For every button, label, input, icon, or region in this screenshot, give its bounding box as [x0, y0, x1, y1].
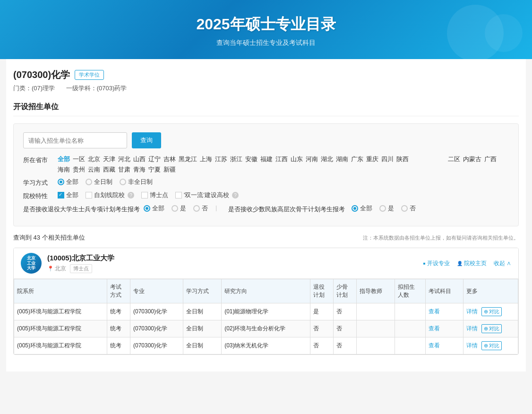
- td-exam-link-2: 查看: [425, 337, 463, 354]
- td-tutor-0: [357, 303, 395, 320]
- study-all-radio: [58, 179, 64, 185]
- minority-no-radio: [401, 205, 408, 212]
- school-phd-checkbox: [141, 192, 148, 198]
- province-xizang[interactable]: 西藏: [103, 165, 115, 174]
- td-major-1: (070300)化学: [130, 320, 183, 337]
- province-sichuan[interactable]: 四川: [381, 155, 394, 164]
- soldier-yes[interactable]: 是: [172, 204, 186, 213]
- search-input[interactable]: [23, 132, 127, 148]
- soldier-minority-row: 是否接收退役大学生士兵专项计划考生报考 全部 是 否 | 是否接收少数民族高层次…: [23, 204, 509, 214]
- td-more-0: 详情 对比: [463, 303, 518, 320]
- province-zone2[interactable]: 二区: [448, 155, 460, 164]
- school-collapse-button[interactable]: 收起 ∧: [494, 259, 511, 267]
- school-all[interactable]: 全部: [58, 191, 78, 199]
- study-parttime[interactable]: 非全日制: [120, 178, 153, 186]
- td-minority-2: 否: [334, 337, 357, 354]
- province-henan[interactable]: 河南: [306, 155, 318, 164]
- result-bar: 查询到 43 个相关招生单位 注：本系统数据由各招生单位上报，如有疑问请咨询相关…: [13, 233, 519, 242]
- compare-btn-1[interactable]: 对比: [481, 324, 502, 333]
- province-xinjiang[interactable]: 新疆: [163, 165, 176, 174]
- exam-subject-link-1[interactable]: 查看: [429, 325, 440, 332]
- province-shaanxi[interactable]: 陕西: [396, 155, 409, 164]
- td-exam-1: 统考: [107, 320, 130, 337]
- detail-link-0[interactable]: 详情: [466, 308, 478, 315]
- td-more-2: 详情 对比: [463, 337, 518, 354]
- study-radio-group: 全部 全日制 非全日制: [58, 178, 153, 186]
- province-gansu[interactable]: 甘肃: [118, 165, 130, 174]
- school-double-first-checkbox: [175, 192, 182, 198]
- soldier-no[interactable]: 否: [193, 204, 208, 213]
- province-chongqing[interactable]: 重庆: [366, 155, 378, 164]
- td-tutor-1: [357, 320, 395, 337]
- province-tianjin[interactable]: 天津: [103, 155, 115, 164]
- th-soldier: 退役计划: [310, 279, 334, 303]
- filter-divider: |: [215, 204, 217, 211]
- school-phd[interactable]: 博士点: [141, 191, 168, 199]
- th-exam: 考试方式: [107, 279, 130, 303]
- province-neimenggu[interactable]: 内蒙古: [463, 155, 481, 164]
- td-more-1: 详情 对比: [463, 320, 518, 337]
- province-zhejiang[interactable]: 浙江: [230, 155, 242, 164]
- th-planned: 拟招生人数: [395, 279, 425, 303]
- province-jiangsu[interactable]: 江苏: [215, 155, 227, 164]
- province-shandong[interactable]: 山东: [291, 155, 303, 164]
- province-heilongjiang[interactable]: 黑龙江: [179, 155, 197, 164]
- province-hunan[interactable]: 湖南: [336, 155, 348, 164]
- study-filter-row: 学习方式 全部 全日制 非全日制: [23, 178, 509, 187]
- province-hubei[interactable]: 湖北: [321, 155, 333, 164]
- self-line-help-icon[interactable]: ?: [128, 192, 134, 198]
- province-shanxi[interactable]: 山西: [133, 155, 146, 164]
- province-all[interactable]: 全部: [58, 155, 70, 164]
- province-ningxia[interactable]: 宁夏: [148, 165, 161, 174]
- section-title: 开设招生单位: [13, 102, 519, 116]
- td-exam-0: 统考: [107, 303, 130, 320]
- td-planned-1: [395, 320, 425, 337]
- detail-link-2[interactable]: 详情: [466, 342, 478, 349]
- detail-link-1[interactable]: 详情: [466, 325, 478, 332]
- td-exam-2: 统考: [107, 337, 130, 354]
- filter-box: 查询 所在省市 全部 一区 北京 天津 河北 山西 辽宁 吉林 黑龙江 上海 江…: [13, 123, 519, 226]
- province-fujian[interactable]: 福建: [260, 155, 273, 164]
- th-more: 更多: [463, 279, 518, 303]
- minority-all[interactable]: 全部: [352, 204, 372, 213]
- province-guizhou[interactable]: 贵州: [73, 165, 85, 174]
- school-self-line[interactable]: 自划线院校 ?: [86, 191, 134, 199]
- province-yunnan[interactable]: 云南: [88, 165, 100, 174]
- school-checkbox-group: 全部 自划线院校 ? 博士点 '双一流'建设高校 ?: [58, 191, 239, 199]
- th-department: 院系所: [14, 279, 107, 303]
- province-hainan[interactable]: 海南: [58, 165, 70, 174]
- compare-btn-2[interactable]: 对比: [481, 341, 502, 350]
- school-all-checkbox: [58, 192, 64, 198]
- minority-yes[interactable]: 是: [379, 204, 394, 213]
- soldier-radio-group: 全部 是 否: [144, 204, 208, 213]
- table-row: (005)环境与能源工程学院 统考 (070300)化学 全日制 (01)能源物…: [14, 303, 518, 320]
- province-beijing[interactable]: 北京: [88, 155, 100, 164]
- double-first-help-icon[interactable]: ?: [232, 192, 239, 198]
- province-liaoning[interactable]: 辽宁: [148, 155, 161, 164]
- province-zone1[interactable]: 一区: [73, 155, 85, 164]
- province-hebei[interactable]: 河北: [118, 155, 130, 164]
- study-fulltime[interactable]: 全日制: [86, 178, 112, 186]
- main-content: (070300)化学 学术学位 门类：(07)理学 一级学科：(0703)药学 …: [6, 59, 526, 371]
- exam-subject-link-2[interactable]: 查看: [429, 342, 440, 349]
- soldier-all[interactable]: 全部: [144, 204, 164, 213]
- td-study-0: 全日制: [183, 303, 222, 320]
- province-jilin[interactable]: 吉林: [163, 155, 176, 164]
- province-jiangxi[interactable]: 江西: [275, 155, 288, 164]
- study-all[interactable]: 全部: [58, 178, 78, 186]
- open-major-link[interactable]: 开设专业: [423, 259, 450, 267]
- minority-no[interactable]: 否: [401, 204, 416, 213]
- study-label: 学习方式: [23, 178, 54, 187]
- td-soldier-2: 否: [310, 337, 334, 354]
- td-direction-1: (02)环境与生命分析化学: [222, 320, 310, 337]
- province-qinghai[interactable]: 青海: [133, 165, 146, 174]
- province-anhui[interactable]: 安徽: [245, 155, 257, 164]
- province-shanghai[interactable]: 上海: [200, 155, 212, 164]
- school-home-link[interactable]: 院校主页: [457, 259, 487, 267]
- compare-btn-0[interactable]: 对比: [481, 307, 502, 316]
- province-guangxi[interactable]: 广西: [484, 155, 497, 164]
- exam-subject-link-0[interactable]: 查看: [429, 308, 440, 315]
- school-double-first[interactable]: '双一流'建设高校 ?: [175, 191, 239, 199]
- search-button[interactable]: 查询: [132, 132, 161, 148]
- province-guangdong[interactable]: 广东: [351, 155, 363, 164]
